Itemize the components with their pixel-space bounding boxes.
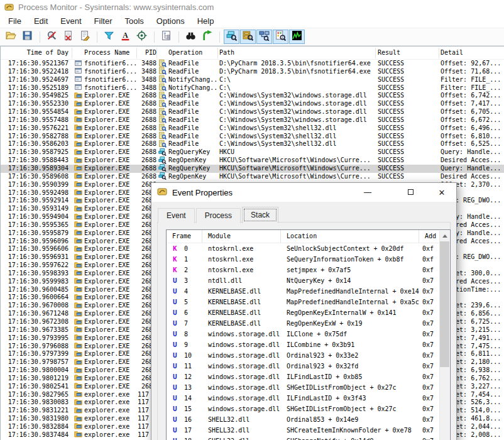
minimize-button[interactable]: — — [358, 188, 377, 197]
stack-frame-row[interactable]: U7KERNELBASE.dllRegOpenKeyExW + 0x190x7 — [167, 318, 450, 329]
jump-to-button[interactable] — [199, 30, 215, 44]
tab-process[interactable]: Process — [196, 208, 241, 223]
process-activity-icon — [275, 30, 286, 43]
menu-event[interactable]: Event — [54, 15, 87, 27]
close-button[interactable]: ✕ — [432, 188, 451, 197]
find-button[interactable] — [183, 30, 199, 44]
column-header-time[interactable]: Time of Day — [1, 47, 68, 59]
column-header-detail[interactable]: Detail — [441, 47, 504, 59]
frame-number: 9 — [184, 339, 200, 350]
stack-frame-row[interactable]: U16SHELL32.dllOrdinal853 + 0x14e90x7 — [167, 414, 450, 425]
menu-file[interactable]: File — [2, 15, 28, 27]
frame-mode-user-icon: U — [173, 436, 183, 440]
cell-pid: 2688 — [129, 157, 156, 165]
cell-detail: Offset: 6,672... — [441, 116, 504, 124]
cell-time: 17:16:30.9595879 — [1, 229, 68, 238]
stack-frame-row[interactable]: U15windows.storage.dllSHGetIDListFromObj… — [167, 404, 450, 414]
filter-button[interactable] — [101, 30, 117, 44]
column-header-pid[interactable]: PID — [129, 47, 156, 59]
maximize-button[interactable] — [401, 188, 420, 197]
stack-frame-row[interactable]: K1ntoskrnl.exeSeQueryInformationToken + … — [167, 254, 450, 265]
menu-help[interactable]: Help — [191, 15, 221, 27]
process-activity-button[interactable] — [273, 30, 288, 44]
stack-frame-row[interactable]: U3ntdll.dllNtQueryKey + 0x140x7 — [167, 275, 450, 286]
frame-location: ILClone + 0x75df — [287, 329, 421, 339]
stack-frame-row[interactable]: U4KERNELBASE.dllMapPredefinedHandleInter… — [167, 286, 450, 297]
stack-frame-row[interactable]: K2ntoskrnl.exesetjmpex + 0x7af50xf — [167, 265, 450, 275]
cell-operation: ReadFile — [168, 108, 219, 116]
cell-time: 17:16:30.9589304 — [1, 165, 68, 173]
frame-location: Ordinal923 + 0x33e2 — [287, 350, 421, 361]
frame-number: 3 — [184, 275, 200, 286]
frame-mode-user-icon: U — [173, 404, 183, 414]
stack-frame-row[interactable]: U13windows.storage.dllSHGetIDListFromObj… — [167, 382, 450, 393]
file-activity-button[interactable] — [240, 30, 256, 44]
profiling-events-button[interactable] — [289, 30, 305, 44]
menu-filter[interactable]: Filter — [88, 15, 119, 27]
stack-column-header-frame[interactable]: Frame — [167, 230, 202, 243]
cell-result: SUCCESS — [378, 157, 437, 165]
frame-module: ntoskrnl.exe — [208, 254, 286, 265]
process-tree-button[interactable] — [158, 30, 174, 44]
stack-frame-row[interactable]: U17SHELL32.dllSHCreateItemInKnownFolder … — [167, 425, 450, 436]
scrollbar-thumb[interactable] — [440, 241, 449, 367]
stack-frame-row[interactable]: U18SHELL32.dllSHChangeNotify + 0x14d90x7 — [167, 436, 450, 440]
registry-activity-button[interactable] — [224, 30, 239, 44]
include-process-button[interactable] — [134, 30, 150, 44]
highlight-button[interactable]: A — [118, 30, 133, 44]
frame-number: 7 — [184, 318, 200, 329]
menu-tools[interactable]: Tools — [119, 15, 150, 27]
frame-number: 18 — [184, 436, 200, 440]
open-button[interactable] — [3, 30, 19, 44]
column-separator[interactable] — [375, 48, 376, 58]
filter-icon — [104, 30, 114, 43]
stack-frame-row[interactable]: U10windows.storage.dllOrdinal923 + 0x33e… — [167, 350, 450, 361]
column-separator[interactable] — [136, 48, 137, 58]
clear-button[interactable] — [60, 30, 76, 44]
cell-time: 17:16:30.9831980 — [1, 415, 68, 423]
autoscroll-button[interactable] — [77, 30, 92, 44]
stack-column-header-module[interactable]: Module — [202, 230, 281, 243]
column-header-path[interactable]: Path — [219, 47, 375, 59]
network-activity-button[interactable] — [256, 30, 272, 44]
capture-button[interactable] — [44, 30, 60, 44]
cell-time: 17:16:30.9552330 — [1, 100, 68, 108]
toolbar-separator — [219, 31, 220, 43]
frame-module: windows.storage.dll — [208, 339, 286, 350]
column-header-op[interactable]: Operation — [168, 47, 219, 59]
stack-frame-row[interactable]: U8windows.storage.dllILClone + 0x75df0x7 — [167, 329, 450, 339]
cell-operation: RegQueryKey — [168, 165, 219, 173]
frame-number: 1 — [184, 254, 200, 265]
frame-mode-user-icon: U — [173, 393, 183, 404]
frame-module: ntdll.dll — [208, 275, 286, 286]
stack-frame-row[interactable]: U14windows.storage.dllILFindLastID + 0x3… — [167, 393, 450, 404]
frame-number: 5 — [184, 297, 200, 307]
cell-time: 17:16:30.9557488 — [1, 116, 68, 124]
save-button[interactable] — [19, 30, 35, 44]
frame-module: windows.storage.dll — [208, 393, 286, 404]
stack-frame-row[interactable]: U11windows.storage.dllOrdinal923 + 0x32f… — [167, 361, 450, 371]
stack-scrollbar[interactable] — [439, 231, 449, 440]
stack-column-header-location[interactable]: Location — [281, 230, 419, 243]
cell-time: 17:16:30.9587925 — [1, 148, 68, 157]
scroll-up-button[interactable] — [440, 231, 449, 241]
tab-stack[interactable]: Stack — [242, 207, 278, 223]
stack-frame-row[interactable]: U12windows.storage.dllILFindLastID + 0xb… — [167, 371, 450, 382]
stack-frame-row[interactable]: K0ntoskrnl.exeSeUnlockSubjectContext + 0… — [167, 243, 450, 254]
column-header-result[interactable]: Result — [378, 47, 437, 59]
frame-address: 0x7 — [422, 382, 441, 393]
column-separator[interactable] — [72, 48, 72, 58]
frame-number: 12 — [184, 371, 200, 382]
frame-address: 0x7 — [422, 297, 441, 307]
tab-event[interactable]: Event — [158, 208, 195, 223]
column-separator[interactable] — [217, 48, 218, 58]
stack-frame-row[interactable]: U9windows.storage.dllILCombine + 0x3b910… — [167, 339, 450, 350]
column-separator[interactable] — [439, 48, 439, 58]
frame-location: ILFindLastID + 0xb85 — [287, 371, 421, 382]
column-separator[interactable] — [156, 48, 157, 58]
menu-edit[interactable]: Edit — [28, 15, 54, 27]
frame-address: 0x7 — [422, 393, 441, 404]
menu-options[interactable]: Options — [150, 15, 191, 27]
stack-frame-row[interactable]: U5KERNELBASE.dllMapPredefinedHandleInter… — [167, 297, 450, 307]
stack-frame-row[interactable]: U6KERNELBASE.dllRegOpenKeyExInternalW + … — [167, 307, 450, 318]
